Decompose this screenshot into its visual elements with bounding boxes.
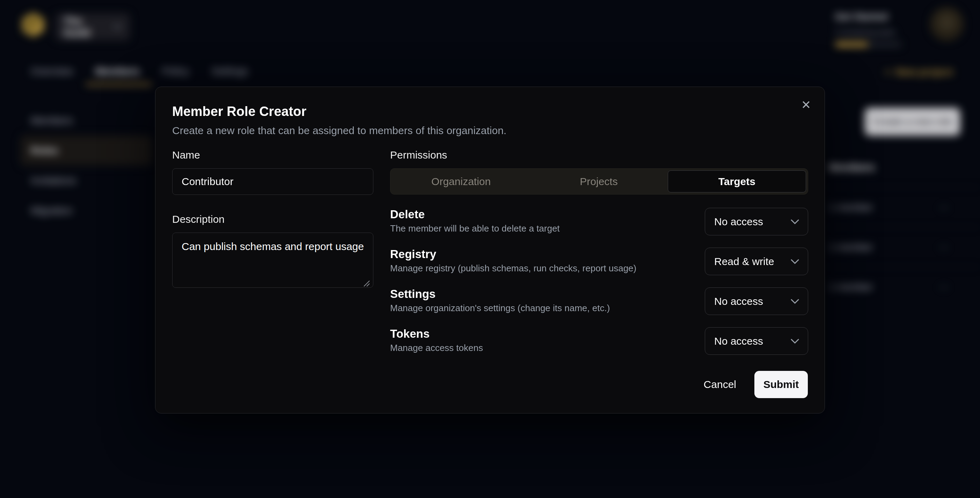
tab-projects[interactable]: Projects: [530, 170, 667, 193]
tab-organization[interactable]: Organization: [392, 170, 530, 193]
description-textarea[interactable]: Can publish schemas and report usage: [172, 232, 373, 288]
page: The Guild Get Started 4 remaining tasks …: [0, 0, 980, 498]
chevron-down-icon: [791, 219, 799, 224]
permission-text: Registry Manage registry (publish schema…: [390, 248, 636, 274]
tab-targets[interactable]: Targets: [668, 170, 806, 193]
chevron-down-icon: [791, 338, 799, 344]
permission-row-settings: Settings Manage organization's settings …: [390, 287, 808, 315]
description-text: Can publish schemas and report usage: [181, 240, 364, 252]
permissions-scope-tabs: Organization Projects Targets: [390, 168, 808, 194]
select-value: Read & write: [714, 256, 774, 267]
permission-title: Registry: [390, 248, 636, 261]
permission-description: Manage registry (publish schemas, run ch…: [390, 263, 636, 274]
permission-description: Manage organization's settings (change i…: [390, 303, 610, 313]
tokens-access-select[interactable]: No access: [705, 327, 808, 355]
permission-title: Delete: [390, 208, 560, 221]
permission-title: Settings: [390, 287, 610, 301]
name-input[interactable]: Contributor: [172, 168, 373, 195]
permission-row-tokens: Tokens Manage access tokens No access: [390, 327, 808, 355]
description-label: Description: [172, 213, 373, 226]
permission-row-delete: Delete The member will be able to delete…: [390, 208, 808, 235]
permission-title: Tokens: [390, 327, 483, 340]
select-value: No access: [714, 335, 763, 347]
registry-access-select[interactable]: Read & write: [705, 248, 808, 275]
settings-access-select[interactable]: No access: [705, 287, 808, 315]
chevron-down-icon: [791, 299, 799, 304]
permission-text: Delete The member will be able to delete…: [390, 208, 560, 234]
submit-button[interactable]: Submit: [754, 371, 808, 398]
chevron-down-icon: [791, 259, 799, 264]
cancel-button[interactable]: Cancel: [702, 375, 738, 394]
name-label: Name: [172, 149, 373, 161]
member-role-creator-modal: ✕ Member Role Creator Create a new role …: [155, 87, 825, 414]
permission-text: Tokens Manage access tokens: [390, 327, 483, 353]
role-details-column: Name Contributor Description Can publish…: [172, 149, 373, 355]
permissions-label: Permissions: [390, 149, 808, 161]
select-value: No access: [714, 216, 763, 228]
modal-subtitle: Create a new role that can be assigned t…: [172, 124, 808, 137]
modal-footer: Cancel Submit: [172, 371, 808, 398]
permission-description: Manage access tokens: [390, 343, 483, 353]
modal-title: Member Role Creator: [172, 104, 808, 119]
permission-description: The member will be able to delete a targ…: [390, 223, 560, 234]
select-value: No access: [714, 296, 763, 307]
permission-row-registry: Registry Manage registry (publish schema…: [390, 248, 808, 275]
close-icon[interactable]: ✕: [798, 97, 814, 113]
permission-text: Settings Manage organization's settings …: [390, 287, 610, 313]
modal-form-grid: Name Contributor Description Can publish…: [172, 149, 808, 355]
delete-access-select[interactable]: No access: [705, 208, 808, 235]
permissions-column: Permissions Organization Projects Target…: [390, 149, 808, 355]
resize-handle-icon[interactable]: [363, 277, 370, 285]
